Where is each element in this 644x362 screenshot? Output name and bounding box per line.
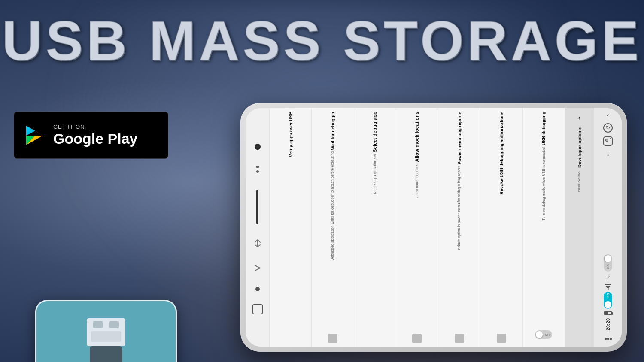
toggle-on-1[interactable] (604, 292, 612, 309)
app-title: USB MASS STORAGE (0, 13, 644, 69)
select-debug-sub: No debug application set (373, 154, 377, 194)
nav-column (246, 108, 269, 347)
forward-nav-icon (252, 262, 264, 274)
svg-rect-5 (93, 321, 103, 328)
dev-option-mock-locations: Allow mock locations Allow mock location… (396, 108, 438, 347)
revoke-usb-title: Revoke USB debugging authorizations (499, 112, 504, 195)
developer-options-list: Verify apps over USB Wait for debugger D… (269, 108, 565, 347)
dev-option-revoke-usb: Revoke USB debugging authorizations (480, 108, 522, 347)
developer-options-header: ‹ Developer options DEBUGGING (565, 108, 594, 347)
overflow-menu-icon[interactable]: ••• (604, 334, 612, 344)
wifi-icon (605, 284, 611, 290)
down-arrow-icon: ↓ (606, 150, 610, 157)
power-menu-checkbox[interactable] (455, 334, 464, 343)
verify-usb-title: Verify apps over USB (288, 112, 293, 157)
status-back-arrow: ‹ (606, 111, 610, 120)
wait-debugger-checkbox[interactable] (328, 334, 337, 343)
left-panel: GET IT ON Google Play ⌁ (14, 112, 168, 159)
phone-mockup: Verify apps over USB Wait for debugger D… (240, 103, 627, 352)
camera-sensor (252, 141, 264, 153)
dots-menu (256, 166, 259, 173)
svg-rect-6 (109, 321, 119, 328)
status-time: 20:20 (605, 318, 611, 330)
phone-screen: Verify apps over USB Wait for debugger D… (246, 108, 622, 347)
revoke-usb-checkbox[interactable] (497, 334, 506, 343)
up-nav-icon (252, 237, 264, 249)
title-area: USB MASS STORAGE (0, 13, 644, 69)
usb-debugging-sub: Turn on debug mode when USB is connected (541, 147, 546, 220)
google-play-badge[interactable]: GET IT ON Google Play (14, 112, 168, 159)
toggle-knob-1 (605, 255, 611, 262)
usb-symbol-icon: ⌁ (59, 312, 153, 362)
svg-marker-11 (255, 265, 260, 271)
play-text-container: GET IT ON Google Play (53, 124, 138, 147)
dev-option-usb-debugging: USB debugging Turn on debug mode when US… (522, 108, 565, 347)
svg-rect-7 (91, 331, 121, 342)
mock-locations-checkbox[interactable] (412, 334, 422, 343)
dev-option-power-menu-bug: Power menu bug reports Include option in… (438, 108, 480, 347)
mock-locations-title: Allow mock locations (414, 112, 419, 162)
volume-slider (256, 190, 258, 224)
toggle-knob (536, 331, 543, 338)
back-arrow-icon[interactable]: ‹ (577, 112, 583, 124)
power-menu-title: Power menu bug reports (457, 112, 462, 165)
dev-option-wait-debugger: Wait for debugger Debugged application w… (311, 108, 353, 347)
dot-2 (256, 170, 259, 173)
select-debug-title: Select debug app (372, 112, 377, 152)
dev-option-select-debug: Select debug app No debug application se… (354, 108, 396, 347)
svg-text:⌁: ⌁ (97, 359, 115, 362)
play-label-large: Google Play (53, 131, 138, 147)
usb-debug-toggle-off[interactable] (535, 330, 552, 339)
dev-options-title-text: Developer options (577, 127, 582, 168)
social-icon (603, 136, 613, 146)
battery-icon (604, 311, 612, 315)
usb-debugging-title: USB debugging (541, 112, 546, 145)
phone-outer: Verify apps over USB Wait for debugger D… (240, 103, 627, 352)
app-icon: ⌁ (35, 300, 177, 362)
svg-marker-0 (26, 126, 35, 136)
power-menu-sub: Include option in power menu for taking … (457, 166, 462, 251)
dot-1 (256, 166, 259, 168)
camera-dot (255, 144, 261, 150)
signal-icon: ☄ (605, 274, 611, 281)
bottom-dot (255, 287, 260, 291)
toggle-off-1[interactable] (604, 254, 612, 272)
mock-locations-sub: Allow mock locations (415, 164, 419, 198)
play-label-small: GET IT ON (53, 124, 138, 130)
status-bar: ‹ ↻ ↓ ☄ (594, 108, 622, 347)
toggle-knob-2 (605, 301, 611, 308)
nav-square (252, 304, 263, 314)
google-play-icon (23, 124, 46, 147)
debugging-label-text: DEBUGGING (577, 171, 581, 192)
wait-debugger-title: Wait for debugger (330, 112, 335, 150)
wait-debugger-sub: Debugged application waits for debugger … (330, 151, 335, 261)
refresh-icon: ↻ (603, 123, 613, 133)
dev-option-verify-usb: Verify apps over USB (269, 108, 311, 347)
